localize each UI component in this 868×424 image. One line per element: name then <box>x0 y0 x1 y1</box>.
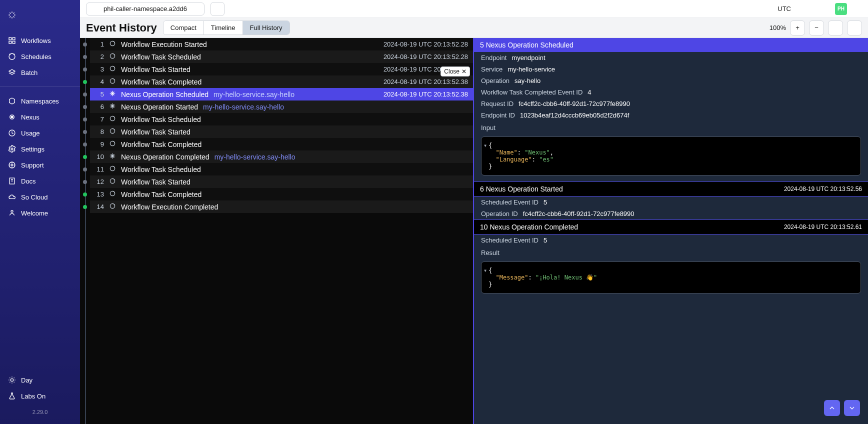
event-row[interactable]: 4Workflow Task Completed2024-08-19 UTC 2… <box>90 76 473 88</box>
zoom-out-button[interactable]: − <box>809 20 824 36</box>
sidebar-item-welcome[interactable]: Welcome <box>0 205 80 221</box>
detail-key: Operation ID <box>481 210 518 218</box>
timeline-dot <box>83 42 87 46</box>
docs-icon <box>8 177 16 185</box>
tab-timeline[interactable]: Timeline <box>204 21 243 34</box>
sidebar-item-usage[interactable]: Usage <box>0 125 80 141</box>
event-timestamp: 2024-08-19 UTC 20:13:52.38 <box>384 78 468 86</box>
namespace-selector[interactable]: phil-caller-namespace.a2dd6 <box>86 2 204 16</box>
event-type-icon <box>109 128 116 136</box>
close-detail-button[interactable]: Close ✕ <box>440 66 470 76</box>
event-row[interactable]: 14Workflow Execution Completed <box>90 200 473 213</box>
sidebar-item-label: Schedules <box>21 53 52 60</box>
sidebar-item-schedules[interactable]: Schedules <box>0 48 80 64</box>
event-number: 4 <box>92 78 104 86</box>
content: 1Workflow Execution Started2024-08-19 UT… <box>80 38 868 424</box>
input-code[interactable]: ▾{ "Name": "Nexus", "Language": "es" } <box>481 136 861 176</box>
view-tabs: CompactTimelineFull History <box>163 20 290 35</box>
event-label: Workflow Execution Completed <box>121 203 218 211</box>
detail-key: Endpoint ID <box>481 112 515 119</box>
event-row[interactable]: 13Workflow Task Completed <box>90 188 473 200</box>
event-type-icon <box>109 165 116 174</box>
sidebar-item-namespaces[interactable]: Namespaces <box>0 93 80 109</box>
detail-value: 5 <box>544 198 547 206</box>
timeline-dot <box>83 68 87 72</box>
event-number: 9 <box>92 140 104 148</box>
subbar: Event History CompactTimelineFull Histor… <box>80 18 868 38</box>
event-row[interactable]: 2Workflow Task Scheduled2024-08-19 UTC 2… <box>90 50 473 63</box>
sidebar-item-label: Docs <box>21 178 36 185</box>
timeline-dot <box>83 55 87 59</box>
layout-button[interactable] <box>810 3 826 15</box>
sidebar-item-label: Namespaces <box>21 98 59 105</box>
timezone-selector[interactable]: UTC <box>764 3 805 15</box>
collapse-toggle-icon[interactable]: ▾ <box>484 267 487 274</box>
detail-header[interactable]: 10 Nexus Operation Completed2024-08-19 U… <box>474 220 868 234</box>
sidebar-item-nexus[interactable]: Nexus <box>0 109 80 125</box>
detail-kv: Operationsay-hello <box>474 75 868 86</box>
detail-kv: Servicemy-hello-service <box>474 64 868 75</box>
event-number: 12 <box>92 178 104 186</box>
result-code[interactable]: ▾{ "Message": "¡Hola! Nexus 👋" } <box>481 262 861 294</box>
filter-button[interactable] <box>828 20 843 36</box>
tab-compact[interactable]: Compact <box>164 21 204 34</box>
external-link-button[interactable] <box>210 2 224 16</box>
nexus-icon <box>8 113 16 121</box>
detail-kv: Operation IDfc4cff2c-cbb6-40ff-92d1-72c9… <box>474 208 868 220</box>
sidebar-item-workflows[interactable]: Workflows <box>0 32 80 48</box>
svg-point-9 <box>11 164 13 166</box>
filter-icon <box>832 24 840 32</box>
sidebar-item-day[interactable]: Day <box>0 372 80 388</box>
sidebar: WorkflowsSchedulesBatch NamespacesNexusU… <box>0 0 80 424</box>
sidebar-item-settings[interactable]: Settings <box>0 141 80 157</box>
event-row[interactable]: 10Nexus Operation Completed my-hello-ser… <box>90 150 473 163</box>
event-row[interactable]: 6Nexus Operation Started my-hello-servic… <box>90 100 473 113</box>
event-number: 14 <box>92 203 104 210</box>
event-number: 2 <box>92 53 104 60</box>
event-number: 10 <box>92 153 104 160</box>
download-button[interactable] <box>847 20 862 36</box>
sidebar-item-batch[interactable]: Batch <box>0 64 80 80</box>
event-row[interactable]: 8Workflow Task Started <box>90 126 473 138</box>
logo[interactable] <box>0 6 80 30</box>
timezone-label: UTC <box>778 5 791 12</box>
schedules-icon <box>8 52 16 60</box>
event-row[interactable]: 12Workflow Task Started <box>90 176 473 188</box>
user-menu[interactable]: PH <box>831 1 862 17</box>
detail-key: Request ID <box>481 100 514 108</box>
event-row[interactable]: 9Workflow Task Completed <box>90 138 473 150</box>
chevron-down-icon <box>850 5 858 13</box>
event-type-icon <box>109 178 116 186</box>
timeline-dot <box>83 155 87 159</box>
event-number: 11 <box>92 166 104 173</box>
sidebar-item-labs-on[interactable]: Labs On <box>0 388 80 404</box>
tab-full-history[interactable]: Full History <box>243 21 290 34</box>
event-row[interactable]: 1Workflow Execution Started2024-08-19 UT… <box>90 38 473 50</box>
layout-icon <box>814 5 822 13</box>
svg-point-13 <box>11 210 13 212</box>
scroll-up-button[interactable] <box>824 400 840 416</box>
detail-kv: Request IDfc4cff2c-cbb6-40ff-92d1-72c977… <box>474 98 868 110</box>
zoom-in-button[interactable]: + <box>790 20 805 36</box>
sidebar-item-so-cloud[interactable]: So Cloud <box>0 189 80 205</box>
sidebar-item-support[interactable]: Support <box>0 157 80 173</box>
event-row[interactable]: 11Workflow Task Scheduled <box>90 163 473 176</box>
events-list: 1Workflow Execution Started2024-08-19 UT… <box>80 38 473 424</box>
event-row[interactable]: 7Workflow Task Scheduled <box>90 113 473 126</box>
chevron-down-icon <box>191 5 199 13</box>
detail-value: fc4cff2c-cbb6-40ff-92d1-72c977fe8990 <box>518 100 630 108</box>
detail-header[interactable]: 5 Nexus Operation Scheduled <box>474 38 868 52</box>
event-row[interactable]: 3Workflow Task Started2024-08-19 UTC 20:… <box>90 63 473 76</box>
download-icon <box>850 24 858 32</box>
sidebar-item-docs[interactable]: Docs <box>0 173 80 189</box>
scroll-down-button[interactable] <box>844 400 860 416</box>
timeline-dot <box>83 130 87 134</box>
svg-rect-19 <box>818 6 821 11</box>
sidebar-divider <box>0 86 80 87</box>
collapse-toggle-icon[interactable]: ▾ <box>484 142 487 149</box>
event-number: 13 <box>92 190 104 198</box>
event-label: Workflow Task Completed <box>121 140 202 148</box>
detail-header[interactable]: 6 Nexus Operation Started2024-08-19 UTC … <box>474 182 868 196</box>
event-row[interactable]: 5Nexus Operation Scheduled my-hello-serv… <box>90 88 473 100</box>
namespace-icon <box>92 5 100 13</box>
